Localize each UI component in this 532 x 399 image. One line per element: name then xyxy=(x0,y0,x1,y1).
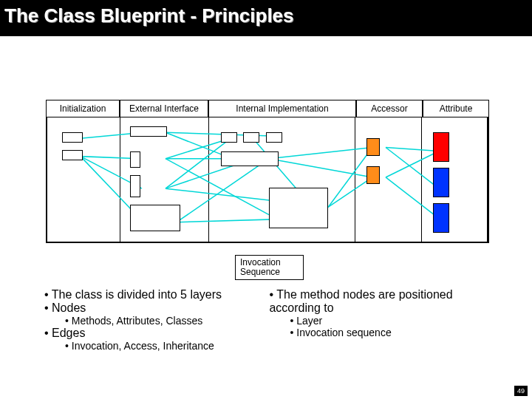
slide: The Class Blueprint - Principles Initial… xyxy=(0,0,532,399)
bullet-edges-sub: • Invocation, Access, Inheritance xyxy=(65,340,266,352)
bullet-layer-text: Layer xyxy=(296,315,322,327)
page-number: 49 xyxy=(514,386,528,396)
bullet-edges: Edges xyxy=(52,327,85,339)
header-internal: Internal Implementation xyxy=(208,100,356,117)
node-int-3 xyxy=(266,132,282,143)
header-attribute: Attribute xyxy=(423,100,489,117)
bullet-edges-sub-text: Invocation, Access, Inheritance xyxy=(72,340,214,352)
node-attr-blue-1 xyxy=(433,168,449,197)
bullet-positioned: The method nodes are positioned accordin… xyxy=(269,288,452,314)
bullet-invseq-text: Invocation sequence xyxy=(296,327,391,338)
node-int-5 xyxy=(269,188,328,228)
bullet-nodes-sub: • Methods, Attributes, Classes xyxy=(65,315,266,327)
invocation-sequence-text: Invocation Sequence xyxy=(240,257,281,277)
bullet-invseq: • Invocation sequence xyxy=(290,327,483,338)
page-title: The Class Blueprint - Principles xyxy=(0,0,532,36)
node-ext-3 xyxy=(130,175,140,197)
node-init-2 xyxy=(62,150,83,160)
node-int-2 xyxy=(243,132,259,143)
node-ext-2 xyxy=(130,151,140,168)
bullets-right: • The method nodes are positioned accord… xyxy=(269,288,483,338)
layer-headers: Initialization External Interface Intern… xyxy=(46,100,489,117)
node-accessor-1 xyxy=(366,138,380,156)
node-int-4 xyxy=(221,151,279,166)
node-attr-blue-2 xyxy=(433,203,449,233)
col-attribute xyxy=(422,117,488,242)
node-init-1 xyxy=(62,132,83,143)
node-attr-red xyxy=(433,132,449,162)
header-initialization: Initialization xyxy=(46,100,120,117)
bullet-nodes: Nodes xyxy=(52,301,86,314)
bullet-layer: • Layer xyxy=(290,315,483,327)
bullet-nodes-sub-text: Methods, Attributes, Classes xyxy=(72,315,202,327)
col-accessor xyxy=(355,117,421,242)
node-ext-4 xyxy=(130,205,180,231)
col-initialization xyxy=(47,117,120,242)
bullet-list: • The class is divided into 5 layers • N… xyxy=(44,288,488,352)
node-int-1 xyxy=(221,132,237,143)
header-accessor: Accessor xyxy=(356,100,423,117)
invocation-sequence-label: Invocation Sequence xyxy=(235,255,304,280)
layer-body xyxy=(46,117,489,243)
header-external: External Interface xyxy=(120,100,208,117)
bullets-left: • The class is divided into 5 layers • N… xyxy=(44,288,266,352)
node-accessor-2 xyxy=(366,166,380,184)
class-blueprint-diagram: Initialization External Interface Intern… xyxy=(46,100,489,248)
node-ext-1 xyxy=(130,126,167,137)
bullet-5layers: The class is divided into 5 layers xyxy=(52,288,222,301)
